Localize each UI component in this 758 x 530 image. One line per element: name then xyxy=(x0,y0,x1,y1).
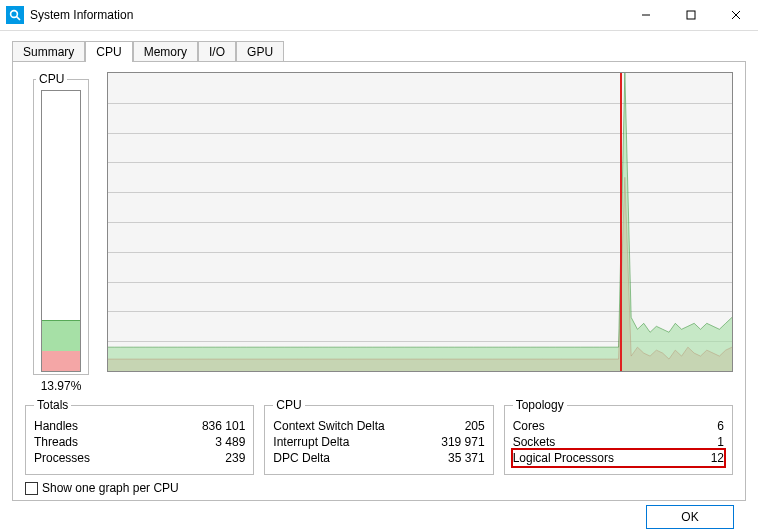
handles-label: Handles xyxy=(34,419,154,433)
tab-content: CPU 13.97% xyxy=(12,61,746,501)
app-icon xyxy=(6,6,24,24)
cpu-stats-group: CPU Context Switch Delta205 Interrupt De… xyxy=(264,398,493,475)
threads-value: 3 489 xyxy=(154,435,245,449)
window-titlebar: System Information xyxy=(0,0,758,31)
maximize-button[interactable] xyxy=(668,0,713,30)
show-one-graph-label: Show one graph per CPU xyxy=(42,481,179,495)
show-one-graph-checkbox[interactable] xyxy=(25,482,38,495)
tab-memory[interactable]: Memory xyxy=(133,41,198,62)
logical-processors-row: Logical Processors12 xyxy=(513,450,724,466)
svg-point-0 xyxy=(11,11,18,18)
ok-button[interactable]: OK xyxy=(646,505,734,529)
tab-io[interactable]: I/O xyxy=(198,41,236,62)
lp-label: Logical Processors xyxy=(513,451,633,465)
cpu-graph-cursor xyxy=(620,73,622,371)
topology-group: Topology Cores6 Sockets1 Logical Process… xyxy=(504,398,733,475)
cpu-stats-legend: CPU xyxy=(273,398,304,412)
ok-button-label: OK xyxy=(681,510,698,524)
totals-legend: Totals xyxy=(34,398,71,412)
id-value: 319 971 xyxy=(393,435,484,449)
tab-gpu[interactable]: GPU xyxy=(236,41,284,62)
cores-value: 6 xyxy=(633,419,724,433)
cpu-gauge-group: CPU xyxy=(33,72,89,375)
cpu-gauge xyxy=(41,90,81,372)
topology-legend: Topology xyxy=(513,398,567,412)
svg-rect-3 xyxy=(687,11,695,19)
tab-strip: Summary CPU Memory I/O GPU xyxy=(12,39,746,61)
id-label: Interrupt Delta xyxy=(273,435,393,449)
cpu-history-graph xyxy=(107,72,733,372)
minimize-button[interactable] xyxy=(623,0,668,30)
lp-value: 12 xyxy=(633,451,724,465)
processes-label: Processes xyxy=(34,451,154,465)
svg-line-1 xyxy=(17,17,20,20)
dpc-label: DPC Delta xyxy=(273,451,393,465)
csd-value: 205 xyxy=(393,419,484,433)
window-title: System Information xyxy=(30,8,133,22)
tab-cpu[interactable]: CPU xyxy=(85,41,132,62)
close-button[interactable] xyxy=(713,0,758,30)
csd-label: Context Switch Delta xyxy=(273,419,393,433)
cpu-gauge-legend: CPU xyxy=(36,72,67,86)
cpu-gauge-value: 13.97% xyxy=(41,379,82,393)
dpc-value: 35 371 xyxy=(393,451,484,465)
handles-value: 836 101 xyxy=(154,419,245,433)
threads-label: Threads xyxy=(34,435,154,449)
cores-label: Cores xyxy=(513,419,633,433)
totals-group: Totals Handles836 101 Threads3 489 Proce… xyxy=(25,398,254,475)
tab-summary[interactable]: Summary xyxy=(12,41,85,62)
processes-value: 239 xyxy=(154,451,245,465)
sockets-label: Sockets xyxy=(513,435,633,449)
sockets-value: 1 xyxy=(633,435,724,449)
